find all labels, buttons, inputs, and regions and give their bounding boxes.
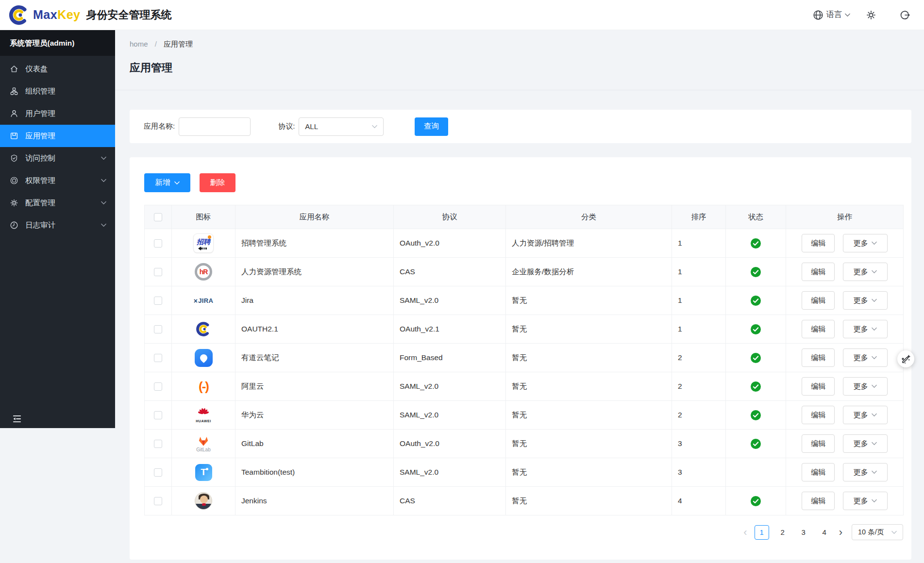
chevron-down-icon (101, 201, 106, 205)
add-button[interactable]: 新增 (144, 173, 190, 192)
app-name-cell: 招聘管理系统 (235, 229, 394, 258)
table-row: (-) 阿里云 SAML_v2.0 暂无 2 编辑 更多 (145, 372, 904, 401)
more-button[interactable]: 更多 (843, 320, 888, 338)
page-size-select[interactable]: 10 条/页 (852, 524, 903, 540)
edit-button[interactable]: 编辑 (802, 348, 835, 367)
sidebar-item-permissions[interactable]: 权限管理 (0, 169, 115, 192)
sidebar-item-organizations[interactable]: 组织管理 (0, 80, 115, 102)
prev-page-button[interactable]: ‹ (742, 527, 748, 538)
more-button[interactable]: 更多 (843, 377, 888, 396)
category-cell: 人力资源/招聘管理 (506, 229, 672, 258)
more-button[interactable]: 更多 (843, 291, 888, 310)
magic-wand-icon (901, 354, 911, 364)
breadcrumb: home / 应用管理 (115, 30, 924, 49)
chevron-down-icon (872, 298, 877, 302)
toolbar: 新增 删除 (144, 173, 903, 192)
sort-cell: 1 (672, 229, 726, 258)
select-all-checkbox[interactable] (154, 213, 162, 221)
edit-button[interactable]: 编辑 (802, 434, 835, 453)
more-button[interactable]: 更多 (843, 348, 888, 367)
table-header-row: 图标 应用名称 协议 分类 排序 状态 操作 (145, 205, 904, 229)
chevron-down-icon (872, 327, 877, 331)
edit-button[interactable]: 编辑 (802, 463, 835, 481)
header-actions: 语言 (813, 10, 910, 20)
chevron-down-icon (372, 125, 377, 129)
row-checkbox[interactable] (154, 268, 162, 276)
table-row: HUAWEI 华为云 SAML_v2.0 暂无 2 编辑 更多 (145, 401, 904, 430)
edit-button[interactable]: 编辑 (802, 406, 835, 424)
huawei-app-icon: HUAWEI (196, 407, 211, 423)
row-checkbox[interactable] (154, 411, 162, 419)
category-cell: 企业服务/数据分析 (506, 258, 672, 286)
protocol-cell: SAML_v2.0 (394, 372, 506, 401)
app-name-label: 应用名称: (144, 122, 175, 131)
row-checkbox[interactable] (154, 468, 162, 477)
row-checkbox[interactable] (154, 325, 162, 333)
page-button-4[interactable]: 4 (817, 525, 832, 540)
page-button-3[interactable]: 3 (796, 525, 811, 540)
jira-app-icon: ×JIRA (194, 297, 213, 305)
row-checkbox[interactable] (154, 297, 162, 305)
edit-button[interactable]: 编辑 (802, 320, 835, 338)
more-button[interactable]: 更多 (843, 492, 888, 510)
jenkins-app-icon (195, 492, 212, 510)
breadcrumb-current: 应用管理 (164, 40, 193, 48)
edit-button[interactable]: 编辑 (802, 291, 835, 310)
delete-button[interactable]: 删除 (200, 173, 235, 192)
sidebar-item-configuration[interactable]: 配置管理 (0, 192, 115, 214)
app-header: Max Key 身份安全管理系统 语言 (0, 0, 924, 30)
page-button-1[interactable]: 1 (755, 525, 769, 540)
maxkey-logo-icon (8, 4, 30, 26)
category-cell: 暂无 (506, 487, 672, 515)
edit-button[interactable]: 编辑 (802, 492, 835, 510)
category-cell: 暂无 (506, 458, 672, 487)
next-page-button[interactable]: › (838, 527, 843, 538)
protocol-select[interactable]: ALL (299, 117, 384, 136)
protocol-cell: CAS (394, 258, 506, 286)
sidebar-item-access-control[interactable]: 访问控制 (0, 147, 115, 169)
sidebar-item-audit-logs[interactable]: 日志审计 (0, 214, 115, 236)
app-name-input[interactable] (179, 117, 251, 136)
category-cell: 暂无 (506, 372, 672, 401)
chevron-down-icon (872, 356, 877, 360)
row-checkbox[interactable] (154, 497, 162, 505)
search-button[interactable]: 查询 (415, 117, 448, 136)
more-button[interactable]: 更多 (843, 434, 888, 453)
table-row: ×JIRA Jira SAML_v2.0 暂无 1 编辑 更多 (145, 286, 904, 315)
gear-icon (866, 10, 876, 20)
more-button[interactable]: 更多 (843, 463, 888, 481)
app-name-cell: Teambition(test) (235, 458, 394, 487)
more-button[interactable]: 更多 (843, 406, 888, 424)
protocol-cell: CAS (394, 487, 506, 515)
gitlab-app-icon: GitLab (196, 435, 210, 452)
row-checkbox[interactable] (154, 354, 162, 362)
page-title: 应用管理 (130, 61, 924, 75)
logout-button[interactable] (900, 10, 910, 20)
more-button[interactable]: 更多 (843, 234, 888, 252)
more-button[interactable]: 更多 (843, 263, 888, 281)
settings-button[interactable] (866, 10, 876, 20)
chevron-down-icon (891, 530, 897, 534)
status-enabled-icon (751, 353, 761, 363)
column-header-protocol: 协议 (394, 205, 506, 229)
sidebar-collapse-button[interactable] (12, 414, 22, 424)
edit-button[interactable]: 编辑 (802, 234, 835, 252)
sidebar-item-dashboard[interactable]: 仪表盘 (0, 58, 115, 80)
page-button-2[interactable]: 2 (775, 525, 790, 540)
chevron-down-icon (872, 241, 877, 245)
sidebar-item-applications[interactable]: 应用管理 (0, 125, 115, 147)
status-enabled-icon (751, 296, 761, 306)
chevron-down-icon (872, 470, 877, 474)
sidebar-item-users[interactable]: 用户管理 (0, 102, 115, 125)
row-checkbox[interactable] (154, 440, 162, 448)
badge-icon (10, 176, 18, 185)
row-checkbox[interactable] (154, 382, 162, 391)
breadcrumb-home[interactable]: home (130, 40, 148, 48)
language-menu[interactable]: 语言 (813, 10, 850, 20)
magic-wand-button[interactable] (897, 350, 914, 367)
edit-button[interactable]: 编辑 (802, 377, 835, 396)
row-checkbox[interactable] (154, 239, 162, 248)
sort-cell: 3 (672, 458, 726, 487)
add-button-label: 新增 (155, 178, 170, 188)
edit-button[interactable]: 编辑 (802, 263, 835, 281)
